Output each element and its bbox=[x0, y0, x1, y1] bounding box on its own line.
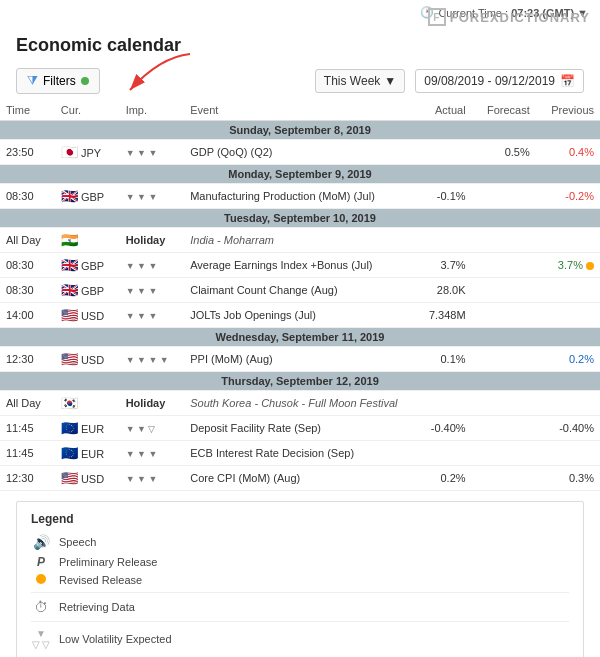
imp-cell: ▼ ▼ ▼ bbox=[120, 441, 185, 466]
filter-button[interactable]: ⧩ Filters bbox=[16, 68, 100, 94]
actual-cell: 28.0K bbox=[415, 278, 472, 303]
previous-cell bbox=[536, 278, 600, 303]
forecast-cell bbox=[472, 347, 536, 372]
day-header-row: Tuesday, September 10, 2019 bbox=[0, 209, 600, 228]
table-row: 12:30 🇺🇸 USD ▼ ▼ ▼ ▼ PPI (MoM) (Aug) 0.1… bbox=[0, 347, 600, 372]
legend-retrieving-label: Retrieving Data bbox=[59, 601, 135, 613]
legend-preliminary-label: Preliminary Release bbox=[59, 556, 157, 568]
table-row: 23:50 🇯🇵 JPY ▼ ▼ ▼ GDP (QoQ) (Q2) 0.5% 0… bbox=[0, 140, 600, 165]
vol-low-icon: ▼ ▽ ▽ bbox=[31, 628, 51, 650]
arrow-annotation bbox=[110, 52, 200, 105]
filter-active-dot bbox=[81, 77, 89, 85]
event-cell: South Korea - Chusok - Full Moon Festiva… bbox=[184, 391, 600, 416]
previous-cell: -0.2% bbox=[536, 184, 600, 209]
retrieve-icon: ⏱ bbox=[31, 599, 51, 615]
time-cell: 12:30 bbox=[0, 466, 55, 491]
orange-dot bbox=[586, 262, 594, 270]
day-header-cell: Tuesday, September 10, 2019 bbox=[0, 209, 600, 228]
table-row: 11:45 🇪🇺 EUR ▼ ▼ ▽ Deposit Facility Rate… bbox=[0, 416, 600, 441]
imp-cell: ▼ ▼ ▼ bbox=[120, 184, 185, 209]
event-cell: Core CPI (MoM) (Aug) bbox=[184, 466, 414, 491]
legend-speech: 🔊 Speech bbox=[31, 534, 569, 550]
flag-cur-cell: 🇺🇸 USD bbox=[55, 303, 120, 328]
time-cell: 08:30 bbox=[0, 278, 55, 303]
day-header-cell: Monday, September 9, 2019 bbox=[0, 165, 600, 184]
col-time: Time bbox=[0, 100, 55, 121]
date-range-text: 09/08/2019 - 09/12/2019 bbox=[424, 74, 555, 88]
event-cell: ECB Interest Rate Decision (Sep) bbox=[184, 441, 414, 466]
prelim-icon: P bbox=[31, 555, 51, 569]
day-header-row: Thursday, September 12, 2019 bbox=[0, 372, 600, 391]
logo-box: F bbox=[428, 8, 446, 26]
week-selector[interactable]: This Week ▼ bbox=[315, 69, 405, 93]
event-cell: Claimant Count Change (Aug) bbox=[184, 278, 414, 303]
page-title: Economic calendar bbox=[16, 35, 584, 56]
imp-cell: ▼ ▼ ▼ bbox=[120, 140, 185, 165]
forecast-cell bbox=[472, 184, 536, 209]
time-cell: All Day bbox=[0, 391, 55, 416]
col-event: Event bbox=[184, 100, 414, 121]
event-cell: Average Earnings Index +Bonus (Jul) bbox=[184, 253, 414, 278]
forecast-cell bbox=[472, 441, 536, 466]
legend-section: Legend 🔊 Speech P Preliminary Release Re… bbox=[16, 501, 584, 657]
forecast-cell bbox=[472, 253, 536, 278]
imp-cell: ▼ ▼ ▽ bbox=[120, 416, 185, 441]
flag-cur-cell: 🇬🇧 GBP bbox=[55, 184, 120, 209]
flag-cell: 🇰🇷 bbox=[55, 391, 120, 416]
imp-cell: ▼ ▼ ▼ bbox=[120, 303, 185, 328]
imp-cell: ▼ ▼ ▼ bbox=[120, 466, 185, 491]
day-header-row: Monday, September 9, 2019 bbox=[0, 165, 600, 184]
flag-cell: 🇮🇳 bbox=[55, 228, 120, 253]
table-row: 08:30 🇬🇧 GBP ▼ ▼ ▼ Average Earnings Inde… bbox=[0, 253, 600, 278]
event-cell: PPI (MoM) (Aug) bbox=[184, 347, 414, 372]
flag-cur-cell: 🇪🇺 EUR bbox=[55, 416, 120, 441]
legend-vol-low: ▼ ▽ ▽ Low Volatility Expected bbox=[31, 628, 569, 650]
actual-cell bbox=[415, 441, 472, 466]
time-cell: All Day bbox=[0, 228, 55, 253]
speech-icon: 🔊 bbox=[31, 534, 51, 550]
time-cell: 08:30 bbox=[0, 184, 55, 209]
forecast-cell bbox=[472, 416, 536, 441]
previous-cell bbox=[536, 441, 600, 466]
forecast-cell bbox=[472, 278, 536, 303]
legend-revised: Revised Release bbox=[31, 574, 569, 586]
event-cell: Manufacturing Production (MoM) (Jul) bbox=[184, 184, 414, 209]
time-cell: 23:50 bbox=[0, 140, 55, 165]
flag-cur-cell: 🇺🇸 USD bbox=[55, 466, 120, 491]
table-header-row: Time Cur. Imp. Event Actual Forecast Pre… bbox=[0, 100, 600, 121]
previous-cell: 0.4% bbox=[536, 140, 600, 165]
forecast-cell bbox=[472, 466, 536, 491]
date-range: 09/08/2019 - 09/12/2019 📅 bbox=[415, 69, 584, 93]
time-cell: 11:45 bbox=[0, 441, 55, 466]
filter-icon: ⧩ bbox=[27, 73, 38, 89]
week-label: This Week bbox=[324, 74, 380, 88]
day-header-row: Wednesday, September 11, 2019 bbox=[0, 328, 600, 347]
imp-cell: ▼ ▼ ▼ ▼ bbox=[120, 347, 185, 372]
col-actual: Actual bbox=[415, 100, 472, 121]
actual-cell bbox=[415, 140, 472, 165]
day-header-cell: Wednesday, September 11, 2019 bbox=[0, 328, 600, 347]
event-cell: GDP (QoQ) (Q2) bbox=[184, 140, 414, 165]
day-header-row: Sunday, September 8, 2019 bbox=[0, 121, 600, 140]
filter-label: Filters bbox=[43, 74, 76, 88]
table-row: 12:30 🇺🇸 USD ▼ ▼ ▼ Core CPI (MoM) (Aug) … bbox=[0, 466, 600, 491]
actual-cell: 0.1% bbox=[415, 347, 472, 372]
flag-cur-cell: 🇬🇧 GBP bbox=[55, 278, 120, 303]
flag-cur-cell: 🇯🇵 JPY bbox=[55, 140, 120, 165]
calendar-icon[interactable]: 📅 bbox=[560, 74, 575, 88]
table-row: All Day 🇰🇷 Holiday South Korea - Chusok … bbox=[0, 391, 600, 416]
event-cell: Deposit Facility Rate (Sep) bbox=[184, 416, 414, 441]
week-dropdown-chevron: ▼ bbox=[384, 74, 396, 88]
logo-text: FOREXDICTIONARY bbox=[450, 10, 590, 25]
actual-cell: -0.1% bbox=[415, 184, 472, 209]
legend-speech-label: Speech bbox=[59, 536, 96, 548]
day-header-cell: Sunday, September 8, 2019 bbox=[0, 121, 600, 140]
imp-cell: ▼ ▼ ▼ bbox=[120, 278, 185, 303]
previous-cell: -0.40% bbox=[536, 416, 600, 441]
table-row: 11:45 🇪🇺 EUR ▼ ▼ ▼ ECB Interest Rate Dec… bbox=[0, 441, 600, 466]
actual-cell: 7.348M bbox=[415, 303, 472, 328]
legend-retrieving: ⏱ Retrieving Data bbox=[31, 599, 569, 615]
forecast-cell bbox=[472, 303, 536, 328]
flag-cur-cell: 🇬🇧 GBP bbox=[55, 253, 120, 278]
legend-vol-low-label: Low Volatility Expected bbox=[59, 633, 172, 645]
